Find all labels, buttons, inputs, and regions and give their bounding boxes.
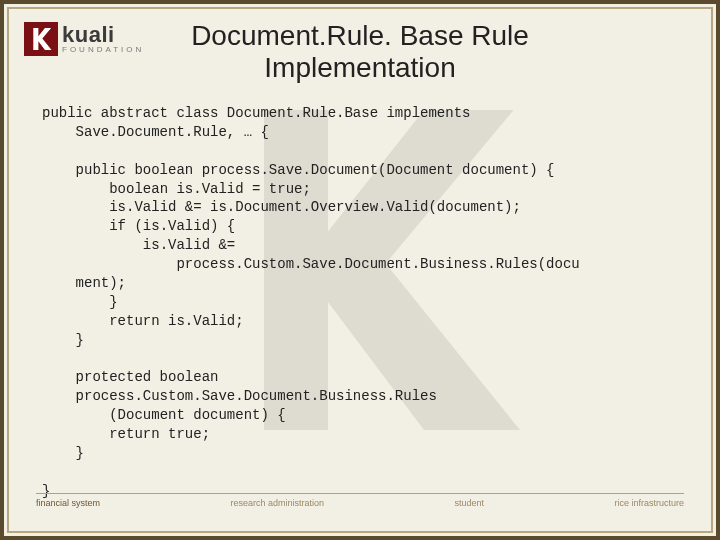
slide-frame: kuali FOUNDATION Document.Rule. Base Rul… (0, 0, 720, 540)
content-area: kuali FOUNDATION Document.Rule. Base Rul… (14, 14, 706, 526)
title-line-2: Implementation (264, 52, 455, 83)
footer-item-3: student (454, 498, 484, 508)
footer: financial system research administration… (36, 493, 684, 508)
code-block: public abstract class Document.Rule.Base… (42, 104, 686, 501)
footer-item-1: financial system (36, 498, 100, 508)
slide-title: Document.Rule. Base Rule Implementation (14, 20, 706, 84)
footer-item-4: rice infrastructure (614, 498, 684, 508)
footer-item-2: research administration (230, 498, 324, 508)
title-line-1: Document.Rule. Base Rule (191, 20, 529, 51)
